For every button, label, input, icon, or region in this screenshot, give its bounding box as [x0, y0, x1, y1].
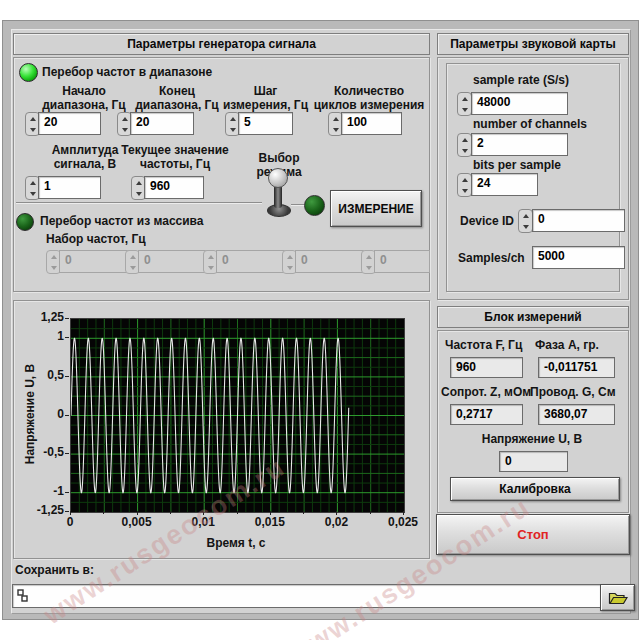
app-screen: Параметры генератора сигнала Перебор час…: [0, 0, 640, 640]
x-minor-tick-mark: [237, 511, 238, 514]
y-tick-label: 0: [24, 407, 64, 421]
amplitude-field[interactable]: 1: [38, 176, 101, 199]
frequency-set-label: Набор частот, Гц: [46, 232, 146, 246]
y-tick-label: 0,5: [24, 368, 64, 382]
array-mode-label: Перебор частот из массива: [40, 214, 204, 228]
voltage-ind-field: 0: [499, 451, 568, 472]
freq-array-field-5: 0: [374, 250, 430, 273]
samples-per-ch-field[interactable]: 5000: [532, 246, 625, 269]
x-tick-mark: [336, 511, 337, 515]
array-mode-led: [16, 213, 34, 231]
sample-rate-field[interactable]: 48000: [471, 92, 568, 115]
path-type-icon: [17, 589, 29, 603]
channels-field[interactable]: 2: [471, 133, 568, 156]
spin-down-button[interactable]: [458, 145, 471, 156]
mode-toggle-switch[interactable]: [263, 168, 293, 216]
frequency-ind-label: Частота F, Гц: [445, 338, 522, 352]
y-tick-mark: [65, 492, 69, 493]
x-tick-label: 0: [48, 515, 92, 529]
sample-rate-spinner[interactable]: [457, 92, 472, 116]
y-tick-mark: [65, 337, 69, 338]
y-tick-mark: [65, 376, 69, 377]
y-tick-mark: [65, 318, 69, 319]
spin-up-button[interactable]: [519, 210, 532, 221]
y-tick-mark: [65, 511, 69, 512]
x-tick-mark: [70, 511, 71, 515]
range-mode-label: Перебор частот в диапазоне: [42, 65, 212, 79]
calibrate-button[interactable]: Калибровка: [450, 477, 620, 501]
freq-array-field-2: 0: [138, 250, 208, 273]
spin-down-button[interactable]: [519, 221, 532, 232]
measure-button[interactable]: ИЗМЕРЕНИЕ: [330, 190, 422, 227]
soundcard-panel-title: Параметры звуковой карты: [437, 33, 629, 55]
freq-array-field-1: 0: [59, 250, 129, 273]
impedance-ind-label: Сопрот. Z, мОм: [441, 385, 531, 399]
spin-up-button[interactable]: [458, 93, 471, 104]
x-tick-label: 0,005: [115, 515, 159, 529]
impedance-ind-field: 0,2717: [450, 404, 523, 425]
x-tick-label: 0,025: [381, 515, 425, 529]
save-path-input[interactable]: [12, 584, 612, 608]
current-frequency-field[interactable]: 960: [144, 176, 204, 199]
phase-ind-label: Фаза А, гр.: [535, 338, 599, 352]
cycles-field[interactable]: 100: [341, 112, 402, 135]
measure-mode-led: [304, 195, 325, 216]
current-frequency-label: Текущее значение частоты, Гц: [115, 143, 235, 171]
conductance-ind-label: Провод. G, См: [530, 385, 616, 399]
sample-rate-label: sample rate (S/s): [473, 73, 569, 87]
waveform-plot-area: [70, 318, 405, 513]
open-folder-icon: [608, 591, 628, 605]
channels-label: number of channels: [473, 117, 587, 131]
x-tick-mark: [137, 511, 138, 515]
y-tick-label: 1,25: [24, 310, 64, 324]
frequency-ind-field: 960: [450, 357, 523, 378]
waveform-plot: [71, 319, 404, 512]
x-tick-mark: [270, 511, 271, 515]
device-id-field[interactable]: 0: [532, 209, 625, 232]
freq-array-field-4: 0: [295, 250, 364, 273]
y-tick-label: -0,5: [24, 445, 64, 459]
conductance-ind-field: 3680,07: [538, 404, 615, 425]
x-minor-tick-mark: [103, 511, 104, 514]
range-start-field[interactable]: 20: [38, 112, 101, 135]
y-tick-mark: [65, 453, 69, 454]
range-mode-led: [19, 63, 38, 82]
device-id-label: Device ID: [460, 214, 514, 228]
toggle-knob[interactable]: [268, 168, 288, 188]
device-id-spinner[interactable]: [518, 209, 533, 233]
step-field[interactable]: 5: [238, 112, 293, 135]
x-tick-mark: [403, 511, 404, 515]
y-tick-mark: [65, 415, 69, 416]
save-to-label: Сохранить в:: [15, 563, 94, 577]
spin-down-button[interactable]: [458, 104, 471, 115]
x-tick-label: 0,02: [314, 515, 358, 529]
samples-per-ch-label: Samples/ch: [458, 251, 525, 265]
mode-separator-line: [16, 202, 262, 203]
voltage-ind-label: Напряжение U, В: [443, 432, 621, 446]
measurement-panel-title: Блок измерений: [437, 306, 629, 328]
channels-spinner[interactable]: [457, 133, 472, 157]
x-minor-tick-mark: [370, 511, 371, 514]
y-tick-label: -1: [24, 484, 64, 498]
spin-up-button[interactable]: [458, 174, 471, 185]
bits-field[interactable]: 24: [471, 173, 538, 196]
bits-label: bits per sample: [473, 158, 561, 172]
x-axis-label: Время t, с: [166, 536, 306, 550]
x-minor-tick-mark: [170, 511, 171, 514]
bits-spinner[interactable]: [457, 173, 472, 197]
generator-panel-title: Параметры генератора сигнала: [13, 33, 430, 55]
browse-button[interactable]: [600, 584, 635, 611]
freq-array-field-3: 0: [216, 250, 287, 273]
phase-ind-field: -0,011751: [538, 357, 615, 378]
x-tick-mark: [203, 511, 204, 515]
range-end-field[interactable]: 20: [130, 112, 194, 135]
x-tick-label: 0,015: [248, 515, 292, 529]
cycles-label: Количество циклов измерения: [310, 84, 428, 112]
stop-button[interactable]: Стоп: [436, 514, 630, 555]
x-tick-label: 0,01: [181, 515, 225, 529]
spin-down-button[interactable]: [458, 185, 471, 196]
y-tick-label: 1: [24, 329, 64, 343]
x-minor-tick-mark: [303, 511, 304, 514]
step-label: Шаг измерения, Гц: [213, 84, 318, 112]
spin-up-button[interactable]: [458, 134, 471, 145]
